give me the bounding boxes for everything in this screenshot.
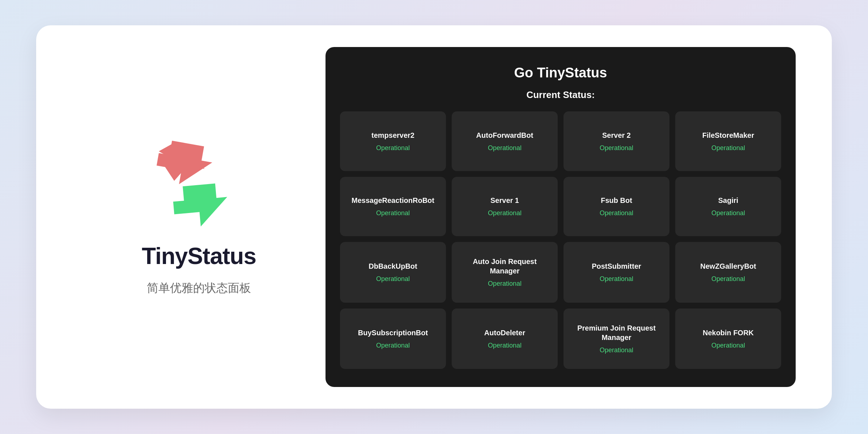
service-name: Fsub Bot bbox=[601, 196, 632, 205]
logo-container bbox=[148, 138, 250, 232]
service-status: Operational bbox=[376, 209, 410, 217]
service-status: Operational bbox=[376, 144, 410, 152]
service-card: AutoDeleterOperational bbox=[452, 309, 558, 369]
service-name: Server 2 bbox=[602, 131, 631, 140]
service-status: Operational bbox=[488, 144, 522, 152]
service-status: Operational bbox=[376, 342, 410, 349]
service-card: SagiriOperational bbox=[675, 177, 781, 237]
service-status: Operational bbox=[488, 209, 522, 217]
service-status: Operational bbox=[600, 209, 633, 217]
service-card: DbBackUpBotOperational bbox=[340, 242, 446, 303]
service-status: Operational bbox=[711, 209, 745, 217]
service-status: Operational bbox=[711, 144, 745, 152]
service-status: Operational bbox=[711, 342, 745, 349]
service-name: Nekobin FORK bbox=[703, 328, 754, 337]
service-card: PostSubmitterOperational bbox=[563, 242, 669, 303]
service-card: tempserver2Operational bbox=[340, 111, 446, 171]
service-card: Premium Join Request ManagerOperational bbox=[563, 309, 669, 369]
service-card: MessageReactionRoBotOperational bbox=[340, 177, 446, 237]
service-card: FileStoreMakerOperational bbox=[675, 111, 781, 171]
panel-title: Go TinyStatus bbox=[340, 65, 781, 81]
service-name: Server 1 bbox=[490, 196, 519, 205]
right-panel: Go TinyStatus Current Status: tempserver… bbox=[326, 47, 796, 387]
service-name: DbBackUpBot bbox=[369, 261, 417, 271]
service-name: tempserver2 bbox=[371, 131, 414, 140]
brand-subtitle: 简单优雅的状态面板 bbox=[147, 280, 251, 296]
service-name: MessageReactionRoBot bbox=[352, 196, 434, 205]
logo-icon bbox=[148, 138, 250, 232]
service-name: BuySubscriptionBot bbox=[358, 328, 428, 337]
service-card: Fsub BotOperational bbox=[563, 177, 669, 237]
service-name: Sagiri bbox=[718, 196, 739, 205]
service-name: Premium Join Request Manager bbox=[569, 323, 664, 342]
brand-name: TinyStatus bbox=[142, 243, 256, 269]
service-card: Auto Join Request ManagerOperational bbox=[452, 242, 558, 303]
services-grid: tempserver2OperationalAutoForwardBotOper… bbox=[340, 111, 781, 369]
service-name: FileStoreMaker bbox=[702, 131, 754, 140]
service-card: AutoForwardBotOperational bbox=[452, 111, 558, 171]
service-status: Operational bbox=[600, 346, 633, 354]
left-panel: TinyStatus 简单优雅的状态面板 bbox=[72, 138, 326, 296]
service-name: NewZGalleryBot bbox=[700, 261, 756, 271]
service-status: Operational bbox=[600, 275, 633, 283]
service-name: PostSubmitter bbox=[592, 261, 641, 271]
service-card: Server 2Operational bbox=[563, 111, 669, 171]
service-status: Operational bbox=[488, 342, 522, 349]
main-card: TinyStatus 简单优雅的状态面板 Go TinyStatus Curre… bbox=[36, 25, 832, 409]
service-card: NewZGalleryBotOperational bbox=[675, 242, 781, 303]
panel-subtitle: Current Status: bbox=[340, 89, 781, 101]
service-card: Nekobin FORKOperational bbox=[675, 309, 781, 369]
service-name: AutoDeleter bbox=[484, 328, 525, 337]
service-name: AutoForwardBot bbox=[476, 131, 533, 140]
service-status: Operational bbox=[376, 275, 410, 283]
service-status: Operational bbox=[711, 275, 745, 283]
service-name: Auto Join Request Manager bbox=[458, 257, 552, 276]
service-card: Server 1Operational bbox=[452, 177, 558, 237]
service-card: BuySubscriptionBotOperational bbox=[340, 309, 446, 369]
service-status: Operational bbox=[488, 280, 522, 288]
service-status: Operational bbox=[600, 144, 633, 152]
